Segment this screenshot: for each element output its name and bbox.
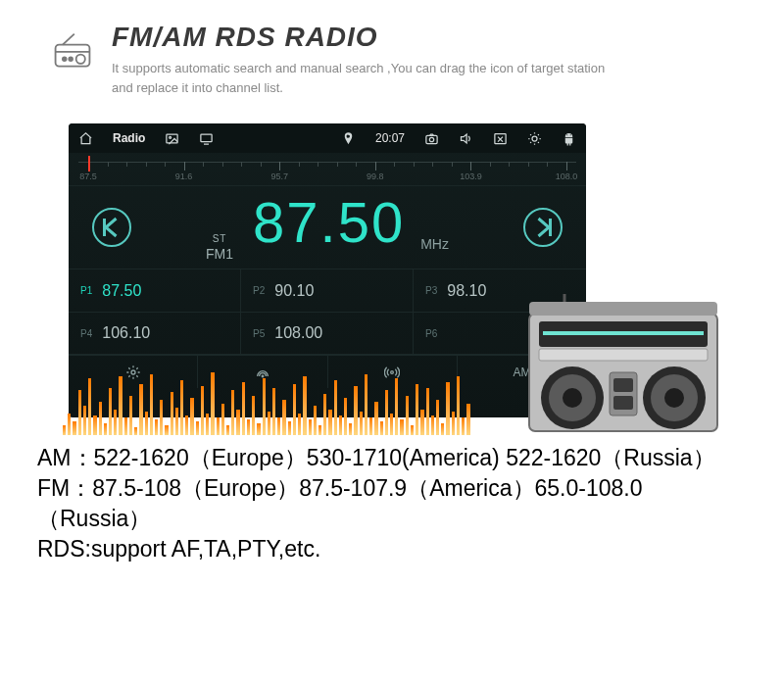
svg-point-3: [63, 57, 67, 61]
svg-line-5: [63, 34, 74, 45]
svg-rect-32: [613, 378, 633, 392]
current-frequency: 87.50: [253, 194, 405, 251]
am-spec: AM：522-1620（Europe）530-1710(America) 522…: [37, 443, 751, 473]
svg-point-11: [429, 137, 433, 141]
preset-grid: P187.50P290.10P398.10P4106.10P5108.00P6: [69, 269, 586, 355]
app-title: Radio: [113, 131, 145, 145]
frequency-dial[interactable]: 87.591.695.799.8103.9108.0: [69, 153, 586, 186]
preset-number: P2: [253, 285, 265, 296]
svg-point-30: [664, 388, 684, 408]
frequency-unit: MHz: [420, 236, 449, 252]
rds-spec: RDS:support AF,TA,PTY,etc.: [37, 534, 751, 564]
svg-rect-23: [543, 331, 704, 335]
radio-icon: [51, 29, 94, 73]
scan-button[interactable]: [198, 356, 327, 388]
page-subtitle: It supports automatic search and manual …: [112, 59, 621, 98]
camera-icon[interactable]: [424, 131, 439, 146]
preset-number: P4: [80, 328, 92, 339]
preset-value: 90.10: [274, 282, 314, 300]
preset-value: 106.10: [102, 324, 150, 342]
dial-tick-label: 103.9: [460, 171, 482, 181]
svg-point-27: [563, 388, 582, 408]
preset-5[interactable]: P5108.00: [241, 313, 414, 356]
page-title: FM/AM RDS RADIO: [112, 22, 621, 53]
preset-value: 98.10: [447, 282, 486, 300]
svg-point-16: [131, 370, 135, 374]
preset-4[interactable]: P4106.10: [69, 313, 241, 356]
svg-point-13: [532, 136, 537, 141]
clock: 20:07: [375, 131, 405, 145]
dial-needle[interactable]: [88, 156, 90, 171]
settings-button[interactable]: [69, 356, 198, 388]
android-icon[interactable]: [562, 131, 576, 146]
location-icon[interactable]: [341, 131, 356, 146]
preset-number: P5: [253, 328, 265, 339]
svg-point-18: [391, 370, 394, 373]
svg-rect-24: [539, 349, 708, 361]
svg-point-17: [262, 375, 264, 377]
dial-tick-label: 91.6: [175, 171, 193, 181]
brightness-icon[interactable]: [527, 131, 542, 146]
svg-rect-8: [201, 134, 212, 142]
dial-tick-label: 99.8: [367, 171, 384, 181]
status-bar: Radio 20:07: [69, 123, 586, 153]
svg-rect-33: [613, 396, 633, 410]
screen-icon[interactable]: [199, 131, 214, 146]
fm-spec: FM：87.5-108（Europe）87.5-107.9（America）65…: [37, 473, 751, 534]
preset-1[interactable]: P187.50: [69, 269, 241, 313]
stereo-indicator: ST: [206, 233, 233, 244]
broadcast-button[interactable]: [328, 356, 458, 388]
preset-number: P6: [425, 328, 437, 339]
svg-point-4: [69, 57, 73, 61]
svg-rect-20: [529, 302, 717, 316]
home-icon[interactable]: [78, 131, 93, 146]
dial-tick-label: 95.7: [270, 171, 288, 181]
seek-prev-button[interactable]: [92, 208, 131, 247]
close-window-icon[interactable]: [493, 131, 508, 146]
current-band: FM1: [206, 246, 233, 262]
svg-point-2: [76, 55, 85, 64]
boombox-image: [525, 292, 721, 439]
svg-rect-10: [426, 135, 437, 143]
dial-tick-label: 108.0: [556, 171, 578, 181]
preset-number: P1: [80, 285, 92, 296]
preset-value: 108.00: [274, 324, 322, 342]
svg-point-7: [170, 136, 172, 138]
volume-icon[interactable]: [459, 131, 473, 146]
preset-number: P3: [425, 285, 437, 296]
preset-value: 87.50: [102, 282, 141, 300]
image-icon[interactable]: [165, 131, 179, 146]
dial-tick-label: 87.5: [79, 171, 97, 181]
radio-device: Radio 20:07: [69, 123, 586, 417]
seek-next-button[interactable]: [523, 208, 563, 247]
preset-2[interactable]: P290.10: [241, 269, 414, 313]
